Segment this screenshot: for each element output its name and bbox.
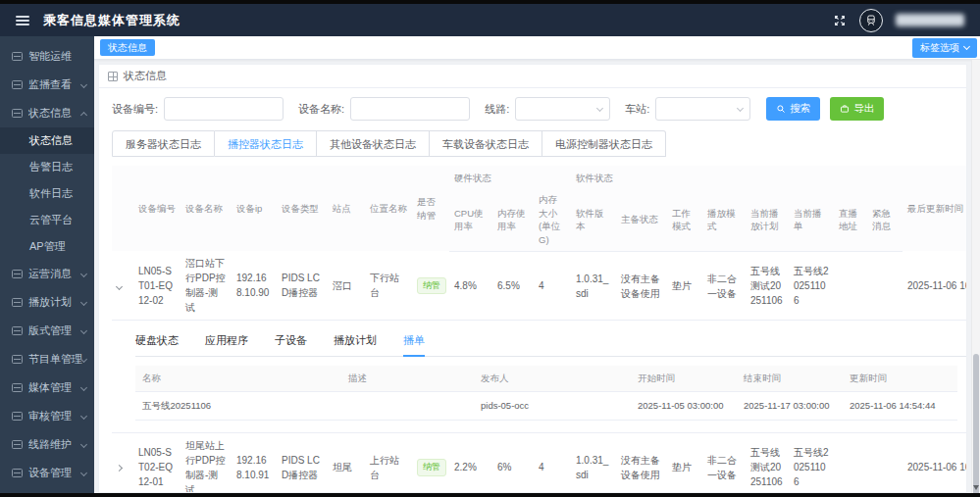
cell-location-name: 下行站台 [365, 251, 412, 321]
app-header: 乘客信息媒体管理系统 [0, 4, 980, 36]
sidebar-item-label: 版式管理 [28, 323, 72, 338]
cell-cpu-usage: 4.8% [449, 251, 492, 321]
device-icon [12, 469, 23, 477]
menu-toggle-icon[interactable] [16, 16, 29, 25]
monitor-icon [12, 80, 23, 89]
subcol-header-end-time: 结束时间 [737, 366, 843, 391]
device-name-label: 设备名称: [298, 102, 344, 117]
chevron-down-icon [80, 81, 87, 88]
row-detail-panel: 硬盘状态应用程序子设备播放计划播单名称描述发布人开始时间结束时间更新时间五号线2… [112, 321, 966, 432]
avatar[interactable] [859, 9, 883, 32]
cell-location-name: 上行站台 [365, 432, 412, 492]
subcell-name: 五号线20251106 [135, 391, 341, 420]
status-icon [12, 109, 23, 118]
subtab-play-plan[interactable]: 播放计划 [334, 329, 377, 356]
letterbox-bottom [0, 493, 980, 497]
cell-device-ip: 192.168.10.91 [232, 432, 277, 492]
subcell-update-time: 2025-11-06 14:54:44 [843, 391, 957, 420]
col-header-location-name: 位置名称 [365, 166, 412, 251]
sidebar-item-intelligent-ops[interactable]: 智能运维 [0, 42, 94, 71]
subcol-header-update-time: 更新时间 [843, 366, 957, 391]
tab-controller-status-log[interactable]: 播控器状态日志 [215, 130, 317, 157]
col-header-software-version: 软件版本 [571, 189, 616, 252]
message-icon [12, 270, 23, 278]
sidebar-item-operation-message[interactable]: 运营消息 [0, 260, 94, 288]
line-select[interactable] [515, 97, 610, 121]
sidebar-item-label: 智能运维 [28, 49, 72, 64]
line-icon [12, 440, 23, 449]
expand-cell [112, 432, 133, 492]
col-header-play-mode: 播放模式 [702, 189, 746, 252]
tag-options-button[interactable]: 标签选项 [912, 38, 977, 58]
sidebar-subitem-software-log[interactable]: 软件日志 [0, 180, 94, 207]
cell-site: 坦尾 [328, 432, 365, 492]
sidebar-subitem-label: 云管平台 [29, 213, 73, 227]
sidebar-item-broadcast-monitor[interactable]: 监播查看 [0, 71, 94, 99]
subtab-applications[interactable]: 应用程序 [205, 329, 248, 356]
subtab-disk-status[interactable]: 硬盘状态 [135, 329, 179, 356]
page-title: 状态信息 [124, 69, 167, 83]
expanded-detail-cell: 硬盘状态应用程序子设备播放计划播单名称描述发布人开始时间结束时间更新时间五号线2… [112, 321, 966, 433]
col-header-device-name: 设备名称 [181, 166, 232, 251]
expand-row-icon[interactable] [116, 465, 123, 472]
chevron-down-icon [80, 271, 87, 277]
cell-live-address [834, 251, 867, 321]
export-button-label: 导出 [853, 102, 874, 116]
cell-device-name: 滘口站下行PDP控制器-测试 [181, 251, 232, 321]
export-button[interactable]: 导出 [830, 97, 884, 121]
col-header-memory-usage: 内存使用率 [492, 189, 534, 252]
active-page-tag[interactable]: 状态信息 [100, 39, 155, 56]
search-button[interactable]: 搜索 [766, 97, 820, 121]
device-name-input[interactable] [350, 97, 470, 121]
subcell-end-time: 2025-11-17 03:00:00 [737, 391, 843, 420]
scroll-down-arrow-icon[interactable] [973, 485, 979, 490]
sidebar-item-review-management[interactable]: 审核管理 [0, 402, 94, 430]
subtab-sub-devices[interactable]: 子设备 [275, 329, 307, 356]
expand-column-header [112, 166, 133, 251]
cell-current-playlist: 五号线20251106 [789, 432, 834, 492]
tags-view-bar: 状态信息 标签选项 [94, 36, 980, 60]
fullscreen-icon[interactable] [833, 14, 847, 27]
station-select[interactable] [655, 97, 750, 121]
sidebar-item-device-management[interactable]: 设备管理 [0, 459, 94, 487]
search-button-label: 搜索 [790, 102, 810, 116]
tab-vehicle-device-status-log[interactable]: 车载设备状态日志 [430, 130, 542, 157]
sidebar-item-status-info[interactable]: 状态信息 [0, 99, 94, 127]
table-row: LN05-ST01-EQ12-02滘口站下行PDP控制器-测试192.168.1… [112, 251, 966, 321]
tab-power-controller-status-log[interactable]: 电源控制器状态日志 [542, 130, 666, 157]
cell-cpu-usage: 2.2% [449, 432, 492, 492]
chevron-down-icon [963, 43, 970, 50]
hardware-status-group-header: 硬件状态 [449, 166, 571, 189]
sidebar-item-line-maintenance[interactable]: 线路维护 [0, 430, 94, 459]
cell-managed: 纳管 [412, 251, 449, 321]
col-header-master-backup: 主备状态 [616, 189, 667, 252]
cell-memory-size: 4 [534, 432, 571, 492]
sidebar-item-label: 播放计划 [28, 295, 72, 310]
app-title: 乘客信息媒体管理系统 [43, 12, 181, 29]
content-area: 状态信息 标签选项 状态信息 设备编号: 设备名称: [94, 36, 980, 493]
cell-current-plan: 五号线测试20251106 [746, 432, 789, 492]
sidebar-subitem-ap-management[interactable]: AP管理 [0, 233, 94, 260]
scrollbar-thumb[interactable] [973, 354, 979, 497]
sidebar-item-media-management[interactable]: 媒体管理 [0, 373, 94, 402]
cell-emergency-message [867, 251, 903, 321]
tab-other-device-status-log[interactable]: 其他设备状态日志 [317, 130, 430, 157]
subcol-header-name: 名称 [135, 366, 341, 391]
sidebar-subitem-alarm-log[interactable]: 告警日志 [0, 154, 94, 180]
sidebar-subitem-cloud-platform[interactable]: 云管平台 [0, 207, 94, 233]
collapse-row-icon[interactable] [116, 283, 123, 290]
device-no-input[interactable] [164, 97, 284, 121]
program-icon [12, 355, 23, 364]
sidebar-item-program-management[interactable]: 节目单管理 [0, 345, 94, 373]
sidebar-subitem-status-info[interactable]: 状态信息 [0, 127, 94, 154]
subtab-playlist[interactable]: 播单 [403, 329, 425, 356]
cell-device-no: LN05-ST02-EQ12-01 [133, 432, 181, 492]
cell-work-mode: 垫片 [667, 432, 702, 492]
sidebar-item-layout-management[interactable]: 版式管理 [0, 317, 94, 345]
sidebar-item-play-plan[interactable]: 播放计划 [0, 288, 94, 317]
device-no-label: 设备编号: [112, 102, 158, 117]
vertical-scrollbar[interactable] [971, 60, 980, 493]
line-label: 线路: [485, 102, 509, 117]
tab-server-status-log[interactable]: 服务器状态日志 [112, 130, 215, 157]
managed-badge: 纳管 [417, 277, 446, 295]
